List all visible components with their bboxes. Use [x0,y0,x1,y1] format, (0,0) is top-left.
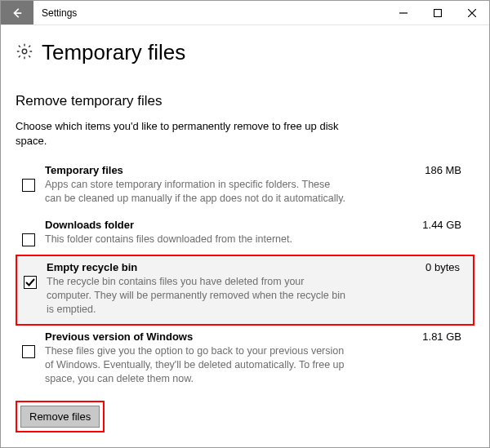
item-body: Empty recycle bin0 bytesThe recycle bin … [47,261,468,317]
back-arrow-icon [11,7,23,19]
svg-rect-0 [434,9,442,16]
remove-button-highlight: Remove files [16,401,105,432]
item-description: The recycle bin contains files you have … [47,275,349,317]
maximize-button[interactable] [421,1,455,24]
item-head: Downloads folder1.44 GB [45,219,470,231]
item-title: Previous version of Windows [45,330,193,343]
titlebar: Settings [1,1,489,25]
remove-files-button[interactable]: Remove files [20,406,100,428]
item-size: 1.81 GB [422,330,470,343]
window-title: Settings [33,1,386,24]
checkbox-column [20,330,37,358]
item-checkbox[interactable] [24,276,37,289]
item-size: 1.44 GB [422,219,470,231]
page-header: Temporary files [1,25,489,70]
storage-item: Previous version of Windows1.81 GBThese … [16,326,474,394]
item-body: Downloads folder1.44 GBThis folder conta… [45,219,470,246]
checkbox-column [22,261,38,289]
check-icon [25,277,35,287]
item-head: Temporary files186 MB [45,164,470,176]
close-icon [468,9,476,17]
section-heading: Remove temporary files [16,93,474,109]
item-title: Temporary files [45,164,123,176]
content-area: Remove temporary files Choose which item… [1,70,489,447]
item-size: 0 bytes [425,261,468,273]
svg-point-1 [22,49,27,54]
minimize-icon [399,9,408,17]
gear-icon [16,42,33,64]
item-description: Apps can store temporary information in … [45,178,347,206]
item-size: 186 MB [425,164,470,176]
item-title: Downloads folder [45,219,134,231]
item-title: Empty recycle bin [47,261,137,273]
page-title: Temporary files [42,40,185,65]
item-checkbox[interactable] [22,179,35,192]
close-button[interactable] [455,1,489,24]
item-checkbox[interactable] [22,233,35,246]
item-description: This folder contains files downloaded fr… [45,233,347,246]
item-head: Empty recycle bin0 bytes [47,261,468,273]
minimize-button[interactable] [386,1,421,24]
item-body: Previous version of Windows1.81 GBThese … [45,330,470,386]
section-intro: Choose which items you'd like to permane… [16,119,342,148]
storage-item: Empty recycle bin0 bytesThe recycle bin … [16,255,474,326]
storage-item: Downloads folder1.44 GBThis folder conta… [16,214,474,255]
item-head: Previous version of Windows1.81 GB [45,330,470,343]
item-body: Temporary files186 MBApps can store temp… [45,164,470,206]
window-controls [386,1,489,24]
back-button[interactable] [1,1,33,24]
checkbox-column [20,219,37,246]
checkbox-column [20,164,37,192]
maximize-icon [434,9,442,17]
storage-item: Temporary files186 MBApps can store temp… [16,159,474,214]
item-description: These files give you the option to go ba… [45,344,347,386]
item-checkbox[interactable] [22,345,35,358]
